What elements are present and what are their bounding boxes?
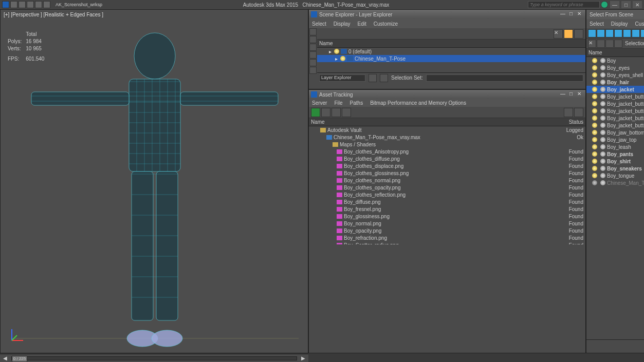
asset-row[interactable]: Boy_clothes_Anisotropy.pngFound bbox=[309, 148, 585, 155]
object-row[interactable]: Boy_eyes544 bbox=[586, 64, 644, 71]
menu-file[interactable]: File bbox=[334, 100, 342, 106]
table-view-icon[interactable] bbox=[342, 108, 351, 117]
object-row[interactable]: Boy_hair397 bbox=[586, 79, 644, 86]
asset-row[interactable]: Boy_Scatter_radius.pngFound bbox=[309, 241, 585, 244]
asset-row[interactable]: Boy_clothes_opacity.pngFound bbox=[309, 184, 585, 191]
asset-row[interactable]: Autodesk VaultLogged bbox=[309, 126, 585, 134]
filter-helpers-icon[interactable] bbox=[309, 59, 317, 66]
list-view-icon[interactable] bbox=[332, 108, 341, 117]
filter-lights-icon[interactable] bbox=[309, 44, 317, 51]
menu-display[interactable]: Display bbox=[611, 21, 628, 27]
time-knob[interactable]: 0 / 225 bbox=[12, 356, 27, 362]
asset-row[interactable]: Boy_opacity.pngFound bbox=[309, 227, 585, 234]
pane-maximize-icon[interactable]: □ bbox=[567, 91, 575, 98]
object-row[interactable]: Boy_shirt251 bbox=[586, 158, 644, 165]
menu-server[interactable]: Server bbox=[312, 100, 327, 106]
pane-minimize-icon[interactable]: — bbox=[559, 91, 567, 98]
object-row[interactable]: Boy_jacket_button004544 bbox=[586, 115, 644, 122]
asset-row[interactable]: Boy_clothes_glossiness.pngFound bbox=[309, 169, 585, 177]
object-row[interactable]: Chinese_Man_T-Pose0 bbox=[586, 179, 644, 186]
filter-shape-icon[interactable] bbox=[605, 29, 614, 37]
col-name[interactable]: Name bbox=[319, 41, 583, 46]
scene-explorer-titlebar[interactable]: Scene Explorer - Layer Explorer — □ ✕ bbox=[309, 10, 585, 19]
pane-minimize-icon[interactable]: — bbox=[559, 11, 567, 18]
asset-row[interactable]: Boy_refraction.pngFound bbox=[309, 234, 585, 241]
filter-shapes-icon[interactable] bbox=[309, 36, 317, 43]
asset-row[interactable]: Boy_clothes_normal.pngFound bbox=[309, 177, 585, 184]
view-hierarchy-icon[interactable] bbox=[574, 29, 583, 39]
explorer-dropdown[interactable]: Layer Explorer bbox=[319, 74, 365, 82]
tree-view-icon[interactable] bbox=[321, 108, 330, 117]
help-icon[interactable] bbox=[601, 1, 608, 8]
asset-row[interactable]: Boy_clothes_diffuse.pngFound bbox=[309, 155, 585, 162]
object-row[interactable]: Boy_eyes_shell368 bbox=[586, 71, 644, 79]
filter-helper-icon[interactable] bbox=[632, 29, 640, 37]
asset-row[interactable]: Boy_clothes_displace.pngFound bbox=[309, 162, 585, 169]
asset-row[interactable]: Boy_clothes_reflection.pngFound bbox=[309, 191, 585, 198]
object-row[interactable]: Boy_tongue612 bbox=[586, 172, 644, 179]
layer-row[interactable]: ▸0 (default) bbox=[317, 48, 585, 55]
filter-all-icon[interactable] bbox=[588, 29, 596, 37]
pane-close-icon[interactable]: ✕ bbox=[575, 91, 583, 98]
object-row[interactable]: Boy4744 bbox=[586, 57, 644, 64]
selection-set-dropdown[interactable] bbox=[426, 74, 583, 82]
sync-icon[interactable] bbox=[614, 40, 622, 48]
layer-icon[interactable] bbox=[380, 74, 388, 82]
filter-bone-icon[interactable] bbox=[309, 67, 317, 74]
layer-icon[interactable] bbox=[605, 40, 614, 48]
object-row[interactable]: Boy_jacket_button001544 bbox=[586, 93, 644, 100]
frame-back-icon[interactable]: ◀ bbox=[3, 355, 7, 361]
timeline[interactable]: ◀ 0 / 225 ▶ bbox=[0, 354, 308, 362]
filter-geometry-icon[interactable] bbox=[309, 28, 317, 35]
maximize-icon[interactable]: □ bbox=[621, 1, 631, 8]
save-icon[interactable] bbox=[19, 1, 26, 8]
menu-edit[interactable]: Edit bbox=[358, 21, 366, 27]
settings-icon[interactable] bbox=[574, 108, 583, 117]
object-row[interactable]: Boy_leash104 bbox=[586, 143, 644, 150]
col-status[interactable]: Status bbox=[553, 119, 583, 125]
asset-row[interactable]: Chinese_Man_T-Pose_max_vray.maxOk bbox=[309, 134, 585, 141]
menu-customize[interactable]: Customize bbox=[374, 21, 398, 27]
object-row[interactable]: Boy_sneakers584 bbox=[586, 165, 644, 172]
redo-icon[interactable] bbox=[35, 1, 42, 8]
menu-select[interactable]: Select bbox=[590, 21, 604, 27]
pane-maximize-icon[interactable]: □ bbox=[567, 11, 575, 18]
close-icon[interactable]: ✕ bbox=[588, 40, 596, 48]
col-name[interactable]: Name bbox=[588, 50, 644, 55]
object-row[interactable]: Boy_jaw_bottom3428 bbox=[586, 129, 644, 136]
sfs-titlebar[interactable]: Select From Scene 📌 ✕ bbox=[586, 10, 644, 19]
viewport-perspective[interactable]: [+] [Perspective ] [Realistic + Edged Fa… bbox=[0, 9, 308, 353]
minimize-icon[interactable]: — bbox=[610, 1, 619, 8]
time-slider[interactable]: 0 / 225 bbox=[11, 356, 297, 360]
asset-row[interactable]: Boy_normal.pngFound bbox=[309, 220, 585, 227]
open-icon[interactable] bbox=[10, 1, 17, 8]
layer-row[interactable]: ▸Chinese_Man_T-Pose bbox=[317, 55, 585, 62]
pane-close-icon[interactable]: ✕ bbox=[575, 11, 583, 18]
menu-bitmap-perf[interactable]: Bitmap Performance and Memory Options bbox=[370, 100, 466, 106]
object-row[interactable]: Boy_pants584 bbox=[586, 150, 644, 158]
undo-icon[interactable] bbox=[27, 1, 34, 8]
menu-customize[interactable]: Customize bbox=[635, 21, 644, 27]
filter-light-icon[interactable] bbox=[614, 29, 622, 37]
find-icon[interactable]: ✕ bbox=[554, 29, 563, 39]
asset-tracking-titlebar[interactable]: Asset Tracking — □ ✕ bbox=[309, 90, 585, 99]
object-row[interactable]: Boy_jacket_button002544 bbox=[586, 100, 644, 107]
asset-row[interactable]: Boy_diffuse.pngFound bbox=[309, 198, 585, 205]
filter-cam-icon[interactable] bbox=[623, 29, 631, 37]
frame-fwd-icon[interactable]: ▶ bbox=[301, 355, 305, 361]
asset-row[interactable]: Maps / Shaders bbox=[309, 141, 585, 148]
menu-display[interactable]: Display bbox=[334, 21, 351, 27]
refresh-icon[interactable] bbox=[311, 108, 320, 117]
asset-row[interactable]: Boy_fresnel.pngFound bbox=[309, 205, 585, 213]
object-row[interactable]: Boy_jacket_button003544 bbox=[586, 107, 644, 115]
col-name[interactable]: Name bbox=[311, 119, 553, 125]
filter-geom-icon[interactable] bbox=[597, 29, 605, 37]
link-icon[interactable] bbox=[43, 1, 50, 8]
view-icon[interactable] bbox=[597, 40, 605, 48]
object-row[interactable]: Boy_jacket1264 bbox=[586, 86, 644, 93]
view-layers-icon[interactable] bbox=[564, 29, 573, 39]
object-row[interactable]: Boy_jacket_button005544 bbox=[586, 122, 644, 129]
help-icon[interactable] bbox=[564, 108, 573, 117]
asset-row[interactable]: Boy_glossiness.pngFound bbox=[309, 213, 585, 220]
lock-icon[interactable] bbox=[369, 74, 377, 82]
